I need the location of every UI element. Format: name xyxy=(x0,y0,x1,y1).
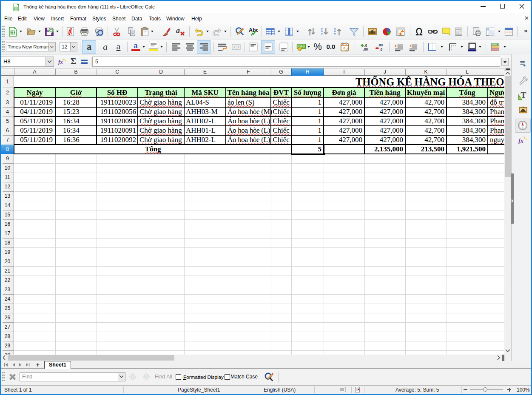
svg-text:Abc: Abc xyxy=(248,27,258,33)
svg-text:fx: fx xyxy=(518,137,523,144)
svg-text:3: 3 xyxy=(343,45,345,50)
svg-text:T: T xyxy=(521,90,526,99)
svg-text:*: * xyxy=(358,388,360,392)
svg-text:fx: fx xyxy=(58,58,63,65)
svg-text:.0: .0 xyxy=(379,48,382,51)
svg-text:.00: .00 xyxy=(363,48,368,51)
svg-text:.00: .00 xyxy=(378,43,383,47)
svg-text:a: a xyxy=(176,27,179,35)
svg-text:.0: .0 xyxy=(364,43,367,47)
